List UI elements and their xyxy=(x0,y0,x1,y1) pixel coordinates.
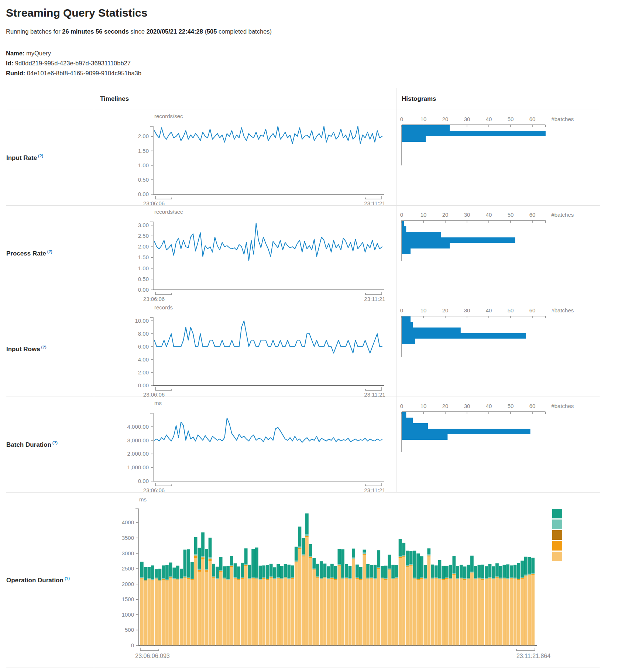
svg-text:50: 50 xyxy=(508,403,514,409)
help-icon[interactable]: (?) xyxy=(41,345,47,349)
svg-text:1000: 1000 xyxy=(122,611,134,618)
svg-text:60: 60 xyxy=(529,307,536,313)
svg-text:records: records xyxy=(154,304,173,311)
batch-duration-histogram-chart: 0102030405060#batches xyxy=(396,397,594,492)
table-header-row: Timelines Histograms xyxy=(6,88,600,110)
svg-text:0: 0 xyxy=(131,642,134,648)
svg-text:30: 30 xyxy=(464,212,470,218)
svg-text:2000: 2000 xyxy=(122,581,134,587)
svg-text:#batches: #batches xyxy=(551,307,574,313)
input-rows-timeline-chart: records0.002.004.006.008.0010.0023:06:06… xyxy=(94,301,389,397)
row-label: Input Rows xyxy=(6,346,40,353)
svg-text:4.00: 4.00 xyxy=(138,356,149,363)
input-rate-timeline-chart: records/sec0.000.501.001.502.0023:06:062… xyxy=(94,110,389,205)
timelines-column-header: Timelines xyxy=(94,88,396,110)
svg-text:20: 20 xyxy=(442,116,449,122)
svg-text:10: 10 xyxy=(420,212,427,218)
svg-text:6.00: 6.00 xyxy=(138,343,149,350)
svg-text:1.00: 1.00 xyxy=(138,162,149,168)
query-name-value: myQuery xyxy=(26,50,51,56)
help-icon[interactable]: (?) xyxy=(38,154,43,158)
svg-text:23:11:21.864: 23:11:21.864 xyxy=(516,653,550,659)
svg-text:60: 60 xyxy=(529,212,536,218)
input-rows-row: Input Rows(?) records0.002.004.006.008.0… xyxy=(6,301,600,397)
svg-text:0.50: 0.50 xyxy=(138,176,149,183)
svg-text:10: 10 xyxy=(420,307,427,313)
start-timestamp: 2020/05/21 22:44:28 xyxy=(147,28,203,35)
svg-text:23:06:06: 23:06:06 xyxy=(143,391,165,397)
input-rows-label-cell: Input Rows(?) xyxy=(6,301,94,397)
input-rate-row: Input Rate(?) records/sec0.000.501.001.5… xyxy=(6,110,600,206)
svg-text:records/sec: records/sec xyxy=(154,209,183,215)
svg-text:30: 30 xyxy=(464,116,470,122)
svg-text:20: 20 xyxy=(442,403,449,409)
svg-text:23:06:06: 23:06:06 xyxy=(143,296,165,301)
query-runid-row: RunId: 04e101e6-8bf8-4165-9099-9104c951b… xyxy=(6,68,619,78)
svg-text:2,000.00: 2,000.00 xyxy=(127,450,149,457)
running-duration: 26 minutes 56 seconds xyxy=(62,28,129,35)
svg-text:ms: ms xyxy=(154,400,162,406)
input-rate-timeline-cell: records/sec0.000.501.001.502.0023:06:062… xyxy=(94,110,396,206)
process-rate-histogram-cell: 0102030405060#batches xyxy=(396,206,600,301)
query-name-label: Name: xyxy=(6,50,24,56)
query-runid-value: 04e101e6-8bf8-4165-9099-9104c951ba3b xyxy=(27,70,141,76)
svg-text:30: 30 xyxy=(464,403,470,409)
query-id-row: Id: 9d0dd219-995d-423e-b97d-36931110bb27 xyxy=(6,58,619,68)
svg-text:23:11:21: 23:11:21 xyxy=(364,200,385,205)
process-rate-timeline-chart: records/sec0.000.501.001.502.002.503.002… xyxy=(94,206,389,301)
query-metadata: Name: myQuery Id: 9d0dd219-995d-423e-b97… xyxy=(6,48,619,78)
svg-text:2.50: 2.50 xyxy=(138,233,149,239)
svg-text:3.00: 3.00 xyxy=(138,222,149,228)
input-rate-histogram-chart: 0102030405060#batches xyxy=(396,110,594,205)
svg-text:500: 500 xyxy=(125,627,134,633)
row-label: Operation Duration xyxy=(6,577,63,584)
help-icon[interactable]: (?) xyxy=(52,440,58,445)
process-rate-label-cell: Process Rate(?) xyxy=(6,206,94,301)
svg-text:#batches: #batches xyxy=(551,212,574,218)
query-name-row: Name: myQuery xyxy=(6,48,619,58)
svg-text:#batches: #batches xyxy=(551,116,574,122)
batch-duration-timeline-chart: ms0.001,000.002,000.003,000.004,000.0023… xyxy=(94,397,389,492)
svg-text:60: 60 xyxy=(529,403,536,409)
help-icon[interactable]: (?) xyxy=(65,576,70,580)
input-rate-label-cell: Input Rate(?) xyxy=(6,110,94,206)
svg-text:23:11:21: 23:11:21 xyxy=(364,391,385,397)
svg-text:records/sec: records/sec xyxy=(154,113,183,119)
svg-text:0: 0 xyxy=(400,212,403,218)
svg-text:1.50: 1.50 xyxy=(138,254,149,260)
svg-text:40: 40 xyxy=(486,212,492,218)
svg-text:0: 0 xyxy=(400,403,403,409)
statistics-table: Timelines Histograms Input Rate(?) recor… xyxy=(6,88,600,668)
svg-text:20: 20 xyxy=(442,307,449,313)
svg-text:0.00: 0.00 xyxy=(138,478,149,484)
input-rows-histogram-chart: 0102030405060#batches xyxy=(396,301,594,397)
process-rate-row: Process Rate(?) records/sec0.000.501.001… xyxy=(6,206,600,301)
batch-duration-timeline-cell: ms0.001,000.002,000.003,000.004,000.0023… xyxy=(94,397,396,493)
svg-text:0.50: 0.50 xyxy=(138,276,149,282)
completed-batches-count: 505 xyxy=(207,28,217,35)
svg-text:40: 40 xyxy=(486,116,492,122)
svg-text:50: 50 xyxy=(508,307,514,313)
svg-text:60: 60 xyxy=(529,116,536,122)
svg-text:50: 50 xyxy=(508,212,514,218)
svg-text:0.00: 0.00 xyxy=(138,287,149,293)
svg-text:30: 30 xyxy=(464,307,470,313)
streaming-query-statistics-page: { "page": { "title": "Streaming Query St… xyxy=(0,0,625,672)
svg-text:3,000.00: 3,000.00 xyxy=(127,437,149,443)
svg-text:2500: 2500 xyxy=(122,565,134,572)
running-batches-summary: Running batches for 26 minutes 56 second… xyxy=(6,28,619,35)
svg-text:23:06:06: 23:06:06 xyxy=(143,200,165,205)
help-icon[interactable]: (?) xyxy=(47,249,52,254)
svg-text:40: 40 xyxy=(486,403,492,409)
query-runid-label: RunId: xyxy=(6,70,25,76)
svg-text:2.00: 2.00 xyxy=(138,243,149,250)
svg-text:1.00: 1.00 xyxy=(138,265,149,271)
svg-text:4000: 4000 xyxy=(122,519,134,525)
input-rows-timeline-cell: records0.002.004.006.008.0010.0023:06:06… xyxy=(94,301,396,397)
svg-text:2.00: 2.00 xyxy=(138,133,149,139)
svg-text:0: 0 xyxy=(400,307,403,313)
input-rows-histogram-cell: 0102030405060#batches xyxy=(396,301,600,397)
svg-text:0.00: 0.00 xyxy=(138,382,149,388)
svg-text:23:06:06: 23:06:06 xyxy=(143,487,165,492)
row-label: Input Rate xyxy=(6,154,37,161)
